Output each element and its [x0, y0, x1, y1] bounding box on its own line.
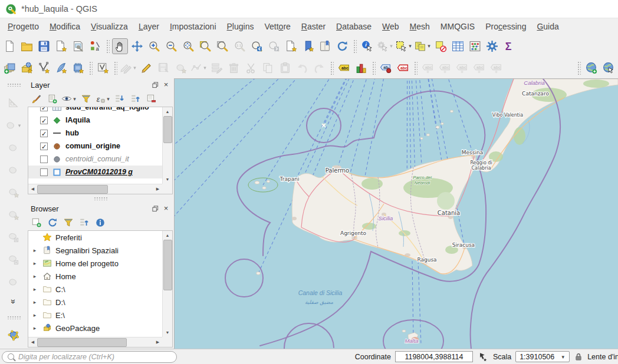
toolbar-handle[interactable]	[113, 61, 117, 75]
browser-row-e-[interactable]: ▸E:\	[28, 309, 162, 322]
new-geopackage-layer-button[interactable]	[19, 60, 35, 76]
pan-to-selection-button[interactable]	[129, 38, 145, 54]
new-spatialite-layer-button[interactable]	[53, 60, 69, 76]
browser-tree-horizontal-scrollbar[interactable]: ◀ ▶	[28, 337, 162, 347]
browser-row-home[interactable]: ▸Home	[28, 270, 162, 283]
toolbar-handle[interactable]	[106, 39, 110, 53]
scroll-right-icon[interactable]: ▶	[153, 185, 162, 194]
layer-row-stud-entranti-aq-foglio[interactable]: ✓stud_entranti_aq_foglio	[28, 107, 162, 114]
layer-diagram-button[interactable]	[353, 60, 369, 76]
map-canvas[interactable]: Trapani Palermo Agrigento Catania Messin…	[174, 78, 618, 349]
layer-name[interactable]: stud_entranti_aq_foglio	[65, 107, 149, 111]
open-project-button[interactable]	[19, 38, 35, 54]
zoom-in-button[interactable]	[146, 38, 162, 54]
toggle-editing-button[interactable]	[139, 60, 154, 76]
expander-icon[interactable]: ▸	[31, 260, 38, 266]
browser-tree-vertical-scrollbar[interactable]: ▲ ▼	[162, 231, 172, 337]
new-project-button[interactable]	[2, 38, 18, 54]
toolbar-handle[interactable]	[577, 61, 581, 75]
manage-map-themes-dropdown[interactable]: ▾	[72, 96, 77, 102]
menu-plugins[interactable]: Plugins	[222, 20, 259, 33]
zoom-full-button[interactable]	[180, 38, 196, 54]
zoom-to-layer-button[interactable]	[198, 38, 213, 54]
layer-visibility-checkbox[interactable]: ✓	[40, 117, 48, 124]
browser-panel-float-button[interactable]	[152, 205, 159, 212]
web-plugin-button[interactable]	[600, 60, 616, 76]
menu-progetto[interactable]: Progetto	[2, 20, 44, 33]
filter-by-expression-dropdown[interactable]: ▾	[106, 96, 111, 102]
open-layer-styling-button[interactable]	[29, 92, 44, 106]
scroll-down-icon[interactable]: ▼	[163, 175, 172, 184]
layer-name[interactable]: hub	[65, 129, 79, 137]
new-spatial-bookmark-button[interactable]	[283, 38, 299, 54]
menu-visualizza[interactable]: Visualizza	[86, 20, 133, 33]
layer-row-hub[interactable]: ✓hub	[28, 127, 162, 140]
layer-row-provcm01012019-g[interactable]: ProvCM01012019 g	[28, 166, 162, 178]
menu-layer[interactable]: Layer	[133, 20, 165, 33]
select-features-button[interactable]: ▾	[395, 38, 413, 54]
browser-row-segnalibri-spaziali[interactable]: ▸Segnalibri Spaziali	[28, 244, 162, 257]
browser-item-label[interactable]: Home del progetto	[55, 259, 119, 268]
browser-item-label[interactable]: Preferiti	[55, 233, 82, 242]
manage-map-themes-button[interactable]: ▾	[61, 92, 77, 106]
add-selected-layers-button[interactable]	[29, 216, 44, 230]
statistical-summary-button[interactable]	[467, 38, 483, 54]
layer-visibility-checkbox[interactable]	[40, 155, 48, 163]
scrollbar-thumb[interactable]	[37, 338, 127, 347]
scrollbar-thumb[interactable]	[163, 116, 172, 143]
layer-name[interactable]: lAquila	[65, 116, 90, 124]
layer-name[interactable]: ProvCM01012019 g	[65, 168, 133, 176]
browser-item-label[interactable]: D:\	[55, 298, 65, 307]
scale-dropdown[interactable]: 1:3910506 ▾	[515, 351, 570, 362]
menu-database[interactable]: Database	[331, 20, 377, 33]
scroll-right-icon[interactable]: ▶	[153, 338, 162, 347]
style-manager-button[interactable]	[87, 38, 103, 54]
pin-labels-button[interactable]	[378, 60, 394, 76]
show-statistics-button[interactable]	[501, 38, 517, 54]
locator-search-input[interactable]: Digita per localizzare (Ctrl+K)	[2, 351, 177, 363]
collapse-all-browser-button[interactable]	[77, 216, 91, 230]
identify-features-button[interactable]	[359, 38, 375, 54]
layer-visibility-checkbox[interactable]: ✓	[40, 107, 48, 111]
expander-icon[interactable]: ▸	[31, 325, 38, 331]
zoom-last-button[interactable]	[249, 38, 265, 54]
browser-item-label[interactable]: GeoPackage	[55, 324, 100, 333]
browser-item-label[interactable]: Home	[55, 272, 76, 281]
menu-raster[interactable]: Raster	[296, 20, 331, 33]
browser-row-home-del-progetto[interactable]: ▸Home del progetto	[28, 257, 162, 270]
layer-visibility-checkbox[interactable]: ✓	[40, 143, 48, 150]
expand-all-button[interactable]	[113, 92, 127, 106]
browser-row-d-[interactable]: ▸D:\	[28, 296, 162, 309]
layer-tree-horizontal-scrollbar[interactable]: ◀ ▶	[28, 184, 162, 194]
show-bookmark-manager-button[interactable]	[317, 38, 333, 54]
current-edits-dropdown[interactable]: ▾	[132, 65, 137, 71]
menu-processing[interactable]: Processing	[480, 20, 531, 33]
layers-panel-float-button[interactable]	[152, 81, 159, 88]
toolbar-handle[interactable]	[6, 82, 21, 87]
vertex-tool-dropdown[interactable]: ▾	[202, 65, 208, 71]
zoom-to-selection-button[interactable]	[215, 38, 231, 54]
layer-labeling-button[interactable]	[336, 60, 352, 76]
menu-modifica[interactable]: Modifica	[44, 20, 86, 33]
scroll-left-icon[interactable]: ◀	[28, 338, 37, 347]
toolbar-handle[interactable]	[6, 315, 21, 319]
browser-row-geopackage[interactable]: ▸GeoPackage	[28, 322, 162, 335]
toolbar-handle[interactable]	[372, 61, 376, 75]
toolbar-handle[interactable]	[353, 39, 357, 53]
new-print-layout-button[interactable]	[53, 38, 69, 54]
lock-scale-icon[interactable]	[574, 351, 583, 363]
layer-row-centroidi-comuni-it[interactable]: centroidi_comuni_it	[28, 153, 162, 166]
refresh-map-button[interactable]	[334, 38, 350, 54]
coordinate-input[interactable]: 1198004,3988114	[395, 351, 473, 362]
data-source-manager-button[interactable]	[2, 60, 18, 76]
scrollbar-thumb[interactable]	[37, 185, 108, 194]
scroll-down-icon[interactable]: ▼	[163, 328, 172, 337]
save-project-button[interactable]	[36, 38, 52, 54]
layer-visibility-checkbox[interactable]: ✓	[40, 130, 48, 137]
browser-item-label[interactable]: Segnalibri Spaziali	[55, 246, 119, 255]
layer-name[interactable]: centroidi_comuni_it	[65, 155, 129, 163]
layer-name[interactable]: comuni_origine	[65, 142, 120, 150]
open-attribute-table-button[interactable]	[450, 38, 466, 54]
more-tools-chevron[interactable]: »	[8, 296, 19, 307]
menu-impostazioni[interactable]: Impostazioni	[165, 20, 222, 33]
